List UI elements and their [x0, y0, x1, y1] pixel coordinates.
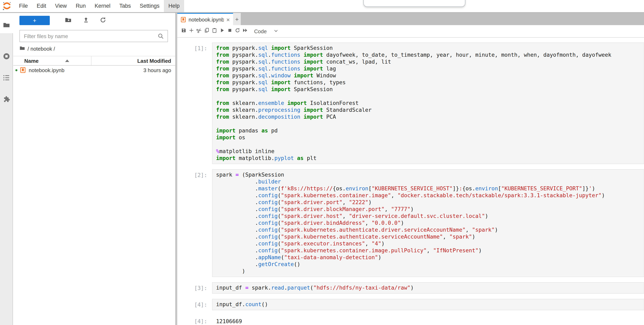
- fast-forward-icon: [242, 28, 248, 35]
- refresh-button[interactable]: [98, 16, 108, 26]
- code-cell: [1]:from pyspark.sql import SparkSession…: [177, 43, 644, 164]
- sidebar-item-table-of-contents[interactable]: [0, 72, 13, 86]
- new-folder-icon: [64, 17, 72, 25]
- plus-icon: [188, 28, 194, 35]
- main-dock-panel: notebook.ipynb × +: [177, 13, 644, 325]
- cell-editor[interactable]: input_df.count(): [212, 299, 644, 310]
- output-prompt: [4]:: [177, 315, 207, 325]
- input-prompt: [1]:: [177, 43, 207, 52]
- notebook-file-icon: [20, 67, 26, 73]
- kernel-running-dot: [16, 69, 18, 71]
- menu-item-view[interactable]: View: [50, 0, 71, 12]
- input-prompt: [4]:: [177, 299, 207, 308]
- input-prompt: [3]:: [177, 282, 207, 291]
- new-launcher-button[interactable]: +: [20, 16, 50, 25]
- restart-icon: [234, 28, 240, 35]
- tab-notebook[interactable]: notebook.ipynb ×: [177, 13, 233, 25]
- sort-ascending-icon: [65, 60, 70, 62]
- save-icon: [181, 28, 186, 35]
- jupyterlab-window: FileEditViewRunKernelTabsSettingsHelp gi…: [0, 0, 644, 325]
- upload-button[interactable]: [80, 16, 91, 26]
- puzzle-icon: [3, 96, 10, 105]
- file-list-item[interactable]: notebook.ipynb 3 hours ago: [13, 65, 175, 75]
- chevron-down-icon: [267, 28, 278, 34]
- file-filter-box: [20, 30, 168, 42]
- menu-item-file[interactable]: File: [14, 0, 32, 12]
- refresh-icon: [99, 17, 106, 25]
- cut-cells-button[interactable]: [195, 26, 203, 37]
- jupyter-logo-icon: [2, 1, 12, 11]
- home-folder-icon: [20, 45, 28, 52]
- cell-type-dropdown[interactable]: Code: [254, 28, 278, 34]
- menu-item-edit[interactable]: Edit: [32, 0, 51, 12]
- close-tab-icon[interactable]: ×: [224, 17, 230, 23]
- sidebar-item-file-browser[interactable]: [0, 19, 13, 33]
- scissors-icon: [196, 28, 202, 35]
- play-icon: [219, 28, 225, 35]
- list-icon: [3, 74, 10, 83]
- stop-circle-icon: [3, 53, 10, 62]
- sidebar-item-extensions[interactable]: [0, 93, 13, 107]
- new-tab-button[interactable]: +: [233, 13, 241, 25]
- menu-item-tabs[interactable]: Tabs: [115, 0, 135, 12]
- breadcrumb-path: / notebook /: [28, 46, 55, 52]
- new-folder-button[interactable]: [63, 16, 73, 26]
- stop-icon: [227, 28, 232, 35]
- save-button[interactable]: [180, 26, 187, 37]
- notebook-tab-icon: [181, 17, 186, 22]
- cell-output-row: [4]:12106669: [177, 315, 644, 325]
- column-divider: [91, 56, 92, 65]
- menu-bar: FileEditViewRunKernelTabsSettingsHelp: [0, 0, 644, 13]
- run-cell-button[interactable]: [218, 26, 226, 37]
- file-browser-panel: + / notebook /: [13, 13, 175, 325]
- activity-bar: [0, 13, 13, 325]
- clipboard-icon: [212, 28, 217, 35]
- tab-bar: notebook.ipynb × +: [177, 13, 644, 25]
- tab-label: notebook.ipynb: [188, 17, 224, 23]
- cell-editor[interactable]: spark = (SparkSession .builder .master(f…: [212, 169, 644, 277]
- file-list-header: Name Last Modified: [13, 56, 175, 66]
- menu-item-settings[interactable]: Settings: [135, 0, 164, 12]
- file-modified: 3 hours ago: [144, 67, 175, 73]
- search-icon: [158, 33, 164, 40]
- copy-icon: [204, 28, 210, 35]
- file-name: notebook.ipynb: [29, 67, 64, 73]
- notebook-toolbar: Code: [177, 25, 644, 38]
- cell-editor[interactable]: from pyspark.sql import SparkSessionfrom…: [212, 43, 644, 164]
- menu-items: FileEditViewRunKernelTabsSettingsHelp: [14, 0, 184, 12]
- input-prompt: [2]:: [177, 169, 207, 179]
- interrupt-kernel-button[interactable]: [226, 26, 234, 37]
- code-cell: [4]:input_df.count(): [177, 299, 644, 310]
- notebook-cells: [1]:from pyspark.sql import SparkSession…: [177, 38, 644, 325]
- cell-output-text: 12106669: [212, 315, 644, 325]
- column-header-name[interactable]: Name: [13, 58, 39, 64]
- column-header-modified[interactable]: Last Modified: [137, 58, 175, 64]
- cell-type-value: Code: [254, 28, 267, 34]
- copy-cells-button[interactable]: [203, 26, 210, 37]
- code-cell: [3]:input_df = spark.read.parquet("hdfs:…: [177, 282, 644, 294]
- file-filter-input[interactable]: [20, 33, 158, 39]
- restart-run-all-button[interactable]: [241, 26, 249, 37]
- menu-item-kernel[interactable]: Kernel: [90, 0, 115, 12]
- code-cell: [2]:spark = (SparkSession .builder .mast…: [177, 169, 644, 277]
- restart-kernel-button[interactable]: [234, 26, 241, 37]
- menu-item-run[interactable]: Run: [71, 0, 90, 12]
- sidebar-item-running-sessions[interactable]: [0, 50, 13, 64]
- paste-cells-button[interactable]: [210, 26, 218, 37]
- menu-item-help[interactable]: Help: [164, 0, 184, 12]
- insert-cell-button[interactable]: [187, 26, 195, 37]
- upload-icon: [82, 17, 89, 25]
- breadcrumb[interactable]: / notebook /: [20, 44, 55, 53]
- panel-splitter[interactable]: [175, 13, 177, 325]
- cell-editor[interactable]: input_df = spark.read.parquet("hdfs://hd…: [212, 282, 644, 294]
- github-popup: github.com: [364, 0, 465, 7]
- folder-icon: [3, 22, 10, 30]
